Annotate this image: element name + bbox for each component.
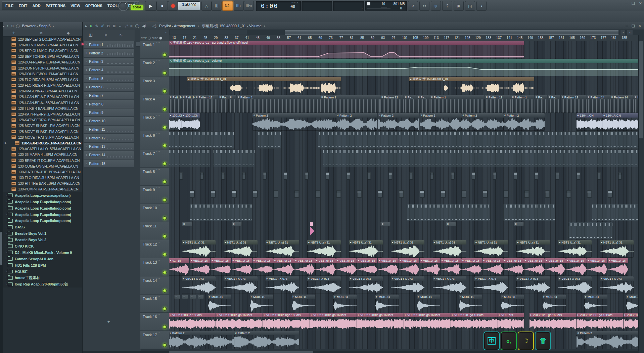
clip-spike[interactable] [221, 172, 225, 180]
clip-ticks[interactable] [318, 131, 639, 149]
ime-skin-button[interactable] [535, 332, 551, 350]
clip-dense[interactable]: ▸130-..A.CN [602, 113, 639, 131]
clip-vec[interactable]: ▸VEC1 FX 073 [474, 276, 508, 294]
clip-vec[interactable]: ▸VEC1 FX 073 [558, 276, 592, 294]
clip-autoP[interactable]: ∿李炳辰-慌 150 48000 1_01 - EQ band 1 (low s… [169, 41, 524, 58]
clip-spike[interactable] [503, 190, 508, 198]
clip-dense[interactable]: ▸130-...CN [182, 113, 200, 131]
clip-mtn[interactable]: ılPattern 2 [461, 113, 503, 131]
browser-folder-row[interactable]: └HD1 Fills 128 BPM [0, 262, 82, 268]
clip-ticks[interactable] [169, 149, 210, 167]
clip-nbt[interactable]: ▸NBT1 U..s) 31 [391, 240, 424, 258]
clip-mtn[interactable]: ılPattern 2 [234, 331, 300, 348]
browser-file-row[interactable]: 128-KATY-PERRY-..BPM-ACAPELLA.CN [0, 117, 82, 123]
track-options-icon[interactable]: ••• [156, 150, 160, 153]
scroll-left-icon[interactable]: < [164, 30, 169, 35]
history-icon[interactable]: ⟲ [11, 24, 13, 28]
track-options-icon[interactable]: ••• [156, 168, 160, 171]
clip-spike[interactable] [535, 172, 538, 180]
track-mute-led[interactable] [163, 307, 167, 311]
automation-wedge[interactable] [310, 226, 315, 237]
clip-midi[interactable]: ≡Patt..14 [169, 95, 182, 113]
ime-moon-button[interactable]: ☽ [518, 332, 534, 350]
play-icon[interactable]: ▸ [85, 24, 87, 28]
preview-thumb[interactable] [285, 30, 618, 35]
zoom-tool-icon[interactable]: ◯ [135, 24, 139, 28]
clip-ves[interactable]: ▸VES..er 18 [336, 258, 357, 276]
clip-spike[interactable] [388, 172, 392, 180]
clip-mub[interactable]: ▸MUB..11 [584, 295, 607, 312]
clip-midi[interactable]: ≡Patt..14 [182, 95, 195, 113]
browser-folder-row[interactable]: └Acapella Loop P..apellaloop.com) [0, 205, 82, 211]
track-mute-led[interactable] [163, 198, 167, 202]
clip-spike[interactable] [305, 172, 309, 180]
browser-folder-row[interactable]: └Acapella Loop..www.acapella.cn) [0, 192, 82, 198]
browser-folder-row[interactable]: └DJ - MixKit Mixal..Pack - Volume 9 [0, 249, 82, 256]
clip-ves[interactable]: ▸VES..er 18 [399, 258, 419, 276]
clip-mub[interactable]: ▸MUB..11 [208, 295, 231, 312]
browser-file-row[interactable]: 128-DOUBLE-BOU..PM-ACAPELLA.CN [0, 71, 82, 77]
track-header[interactable]: Track 2••• [140, 59, 169, 77]
clip-vec[interactable]: ▸VEC1 FX 073 [224, 276, 257, 294]
clip-ticks[interactable] [568, 222, 612, 239]
clip-dense[interactable]: ▸130..CN [169, 113, 182, 131]
clip-ves[interactable]: ▸VES..er 18 [294, 258, 315, 276]
clip-ves[interactable]: ▸VES..er 18 [587, 258, 607, 276]
snap-controls-icon[interactable]: ✛ [12, 31, 15, 35]
track-options-icon[interactable]: ••• [156, 95, 160, 98]
clip-spike[interactable] [357, 190, 362, 198]
clip-ves[interactable]: ▸VES..er 18 [482, 258, 503, 276]
minimize-button[interactable]: ─ [625, 1, 628, 6]
clip-mub[interactable]: ▸MUB..11 [417, 295, 440, 312]
cut-icon[interactable]: ✂ [419, 1, 429, 11]
tempo-display[interactable]: 150.000 [178, 1, 200, 10]
menu-item-add[interactable]: ADD [33, 4, 41, 8]
browser-file-row[interactable]: 128-DO-FREAKY-T..BPM-ACAPELLA.CN [0, 59, 82, 65]
chat-icon[interactable]: ◖ [476, 1, 487, 11]
browser-folder-row[interactable]: └Fatman Scoop&Lil Jon [0, 256, 82, 262]
clip-vec[interactable]: ▸VEC1 FX 073 [600, 276, 634, 294]
track-header[interactable]: Track 4••• [140, 95, 169, 113]
clip-spike[interactable] [441, 190, 446, 198]
clip-vuf[interactable]: ▸VUF2 128BP..go 16Bars [357, 313, 404, 330]
browser-scrollbar[interactable] [0, 22, 3, 353]
browser-file-row[interactable]: 130-DJ-TURN-THE..BPM-ACAPELLA.CN [0, 169, 82, 175]
track-options-icon[interactable]: ••• [156, 204, 160, 207]
clip-mub[interactable]: ▸MUB..11 [375, 295, 399, 312]
clip-ves[interactable]: ▸VES..er 18 [524, 258, 545, 276]
track-mute-led[interactable] [163, 126, 167, 129]
browser-file-row[interactable]: 130-PUMP-THAT-S..PM-ACAPELLA.CN [0, 186, 82, 192]
mic-icon[interactable]: ⍦ [431, 1, 441, 11]
blend-recording-icon[interactable]: Ш+ [234, 1, 244, 11]
browser-file-row[interactable]: 128-BEP-OH-MY-..BPM-ACAPELLA.CN [0, 42, 82, 48]
clip-spike[interactable] [493, 172, 497, 180]
clip-vec[interactable]: ▸VEC1 FX 073 [349, 276, 383, 294]
clip-spike[interactable] [461, 190, 466, 198]
clip-midi[interactable]: ≡Pattern 12 [561, 95, 587, 113]
clip-ves[interactable]: ▸VES..er 18 [211, 258, 231, 276]
countdown-button[interactable]: 3.2: [222, 1, 233, 11]
clip-midi[interactable]: ≡Pattern 1 [320, 95, 380, 113]
track-header[interactable]: Track 3••• [140, 77, 169, 95]
browser-file-row[interactable]: 128-KATY-PERRY-..BPM-ACAPELLA.CN [0, 111, 82, 117]
track-mute-led[interactable] [163, 253, 167, 256]
playlist-minimize-button[interactable]: ─ [626, 24, 628, 28]
clip-midi[interactable]: ≡Pattern 1 [430, 95, 485, 113]
metronome-icon[interactable]: △ [201, 1, 212, 11]
mute-tool-icon[interactable]: ⊠ [112, 24, 116, 28]
wait-input-icon[interactable]: Ш [212, 1, 222, 11]
picker-piano-icon[interactable]: Ш [89, 33, 93, 38]
clip-mub[interactable]: ▸MUB..11 [543, 295, 566, 312]
draw-tool-icon[interactable]: ✎ [95, 24, 98, 28]
clip-midi[interactable]: ≡Pa.. [417, 95, 430, 113]
time-display[interactable]: 0:00 00 M:S:CS [256, 1, 301, 11]
horizontal-scrollbar-thumb[interactable] [169, 351, 313, 353]
undo-icon[interactable]: ↺ [408, 1, 418, 11]
browser-file-row[interactable]: 128-BEP-OH-MY-G..PM-ACAPELLA.CN [0, 48, 82, 53]
clip-ves[interactable]: ▸VES..er 18 [232, 258, 252, 276]
clip-spike[interactable] [482, 190, 488, 198]
clip-mub[interactable]: ▸MUB..11 [459, 295, 482, 312]
clip-nbt[interactable]: ▸NBT1 U..s) 31 [516, 240, 550, 258]
clip-ticks[interactable] [213, 149, 255, 167]
clip-nbt[interactable]: ▸NBT1 U..s) 31 [224, 240, 257, 258]
